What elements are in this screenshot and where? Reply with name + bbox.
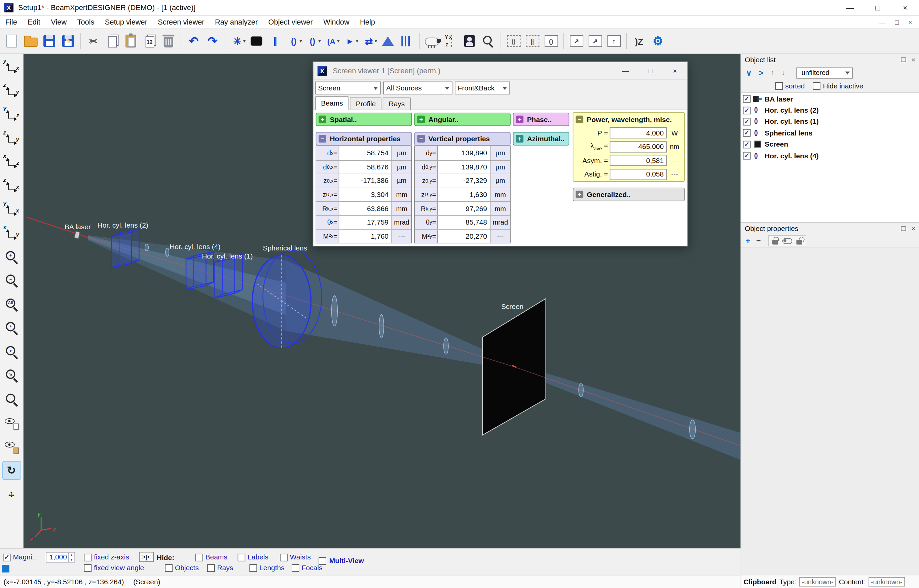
zoom-extents-button[interactable]: ↘ xyxy=(2,366,21,384)
hide-rays-checkbox[interactable]: Rays xyxy=(207,564,249,572)
visibility-checkbox[interactable]: ✓ xyxy=(743,107,751,114)
new-document-button[interactable] xyxy=(3,31,21,51)
show-objects-button[interactable] xyxy=(2,413,21,432)
mdi-close-button[interactable]: × xyxy=(908,18,912,26)
insert-lens-button[interactable]: ()▾ xyxy=(285,31,303,51)
cylindrical-lens-1[interactable] xyxy=(215,255,243,298)
spin-down-button[interactable]: ▼ xyxy=(68,557,74,562)
multi-view-checkbox[interactable]: Multi-View xyxy=(319,557,364,565)
add-property-button[interactable]: + xyxy=(743,237,752,245)
sources-select[interactable]: All Sources xyxy=(383,81,453,94)
sorted-checkbox[interactable]: sorted xyxy=(775,82,805,90)
object-list-item[interactable]: ✓BA laser xyxy=(741,93,919,105)
view-z-y-button[interactable]: zy xyxy=(2,81,21,100)
maximize-button[interactable]: □ xyxy=(864,0,891,15)
visibility-checkbox[interactable]: ✓ xyxy=(743,118,751,126)
object-list-item[interactable]: ✓Hor. cyl. lens (4) xyxy=(741,150,919,162)
close-button[interactable]: × xyxy=(891,0,919,15)
insert-mirror-button[interactable]: ►▾ xyxy=(341,31,359,51)
property-value[interactable]: 4,000 xyxy=(610,128,667,139)
horizontal-properties-button[interactable]: −Horizontal properties xyxy=(316,132,412,145)
property-value[interactable]: 139,870 xyxy=(437,160,491,173)
minimize-button[interactable]: — xyxy=(836,0,864,15)
power-misc-button[interactable]: −Power, wavelength, misc. xyxy=(573,113,684,126)
phase-button[interactable]: +Phase.. xyxy=(513,113,569,126)
beam-z-button[interactable]: )Z xyxy=(630,31,648,51)
property-value[interactable]: -171,386 xyxy=(339,174,392,187)
view-z-x-button[interactable]: zx xyxy=(2,176,21,195)
view-z-y-2-button[interactable]: zy xyxy=(2,128,21,147)
visibility-checkbox[interactable]: ✓ xyxy=(743,129,751,137)
side-select[interactable]: Front&Back xyxy=(455,81,510,94)
lock-open-icon[interactable] xyxy=(796,240,802,244)
zoom-in-button[interactable]: + xyxy=(2,247,21,266)
angular-button[interactable]: +Angular.. xyxy=(414,113,511,126)
move-down-button[interactable]: ↓ xyxy=(779,69,788,77)
view-x-y-button[interactable]: xy xyxy=(2,223,21,242)
spatial-button[interactable]: +Spatial.. xyxy=(316,113,412,126)
zoom-cursor-button[interactable]: · xyxy=(2,389,21,408)
object-list-item[interactable]: ✓Hor. cyl. lens (1) xyxy=(741,116,919,128)
insert-aperture-button[interactable]: (A▾ xyxy=(323,31,340,51)
zoom-region-button[interactable]: ● xyxy=(2,342,21,361)
redo-button[interactable]: ↷ xyxy=(204,31,221,51)
menu-edit[interactable]: Edit xyxy=(23,18,46,26)
magnification-input[interactable]: 1,000 ▲▼ xyxy=(46,552,75,562)
property-value[interactable]: 20,270 xyxy=(437,229,491,243)
mdi-restore-button[interactable]: □ xyxy=(895,18,899,26)
clip-frame-button[interactable]: () xyxy=(505,31,522,51)
property-value[interactable]: 17,759 xyxy=(339,216,392,229)
hide-objects-checkbox[interactable]: Objects xyxy=(165,564,207,572)
show-clipboard-button[interactable] xyxy=(2,437,21,456)
hide-waists-checkbox[interactable]: Waists xyxy=(280,553,322,561)
property-value[interactable]: 0,058 xyxy=(610,169,667,180)
magnification-checkbox[interactable]: ✓ Magni.: xyxy=(3,553,36,561)
property-value[interactable]: 85,748 xyxy=(437,216,491,229)
collapse-all-button[interactable]: > xyxy=(756,68,766,78)
menu-setup-viewer[interactable]: Setup viewer xyxy=(100,18,152,26)
menu-ray-analyzer[interactable]: Ray analyzer xyxy=(210,18,263,26)
pan-view-button[interactable] xyxy=(2,485,21,503)
azimuthal-button[interactable]: +Azimuthal.. xyxy=(513,132,569,145)
close-panel-icon[interactable]: × xyxy=(911,56,915,64)
object-list-item[interactable]: ✓Screen xyxy=(741,139,919,150)
visibility-checkbox[interactable]: ✓ xyxy=(743,152,751,160)
float-panel-icon[interactable] xyxy=(901,58,906,62)
visibility-checkbox[interactable]: ✓ xyxy=(743,95,751,103)
insert-laser-button[interactable]: ✳▾ xyxy=(229,31,246,51)
minimize-button[interactable]: — xyxy=(613,62,638,79)
axes-tool-button[interactable] xyxy=(442,31,460,51)
save-button[interactable] xyxy=(40,31,58,51)
close-panel-icon[interactable]: × xyxy=(911,224,915,232)
settings-gear-button[interactable]: ⚙ xyxy=(649,31,667,51)
move-up-button[interactable]: ↑ xyxy=(768,69,777,77)
menu-object-viewer[interactable]: Object viewer xyxy=(263,18,318,26)
user-card-button[interactable] xyxy=(461,31,478,51)
sheep-tool-button[interactable] xyxy=(423,31,441,51)
menu-window[interactable]: Window xyxy=(318,18,354,26)
import-frame-button[interactable]: ↗ xyxy=(568,31,585,51)
insert-grating-button[interactable]: ⇄▾ xyxy=(360,31,378,51)
property-value[interactable]: -27,329 xyxy=(437,174,491,187)
tab-rays[interactable]: Rays xyxy=(383,97,411,110)
menu-tools[interactable]: Tools xyxy=(72,18,100,26)
delete-button[interactable] xyxy=(160,31,177,51)
fixed-z-axis-checkbox[interactable]: fixed z-axis xyxy=(84,553,129,561)
view-y-x-button[interactable]: yx xyxy=(2,57,21,76)
fixed-view-angle-checkbox[interactable]: fixed view angle xyxy=(84,564,144,572)
insert-beamsplitter-button[interactable]: ∥ xyxy=(266,31,284,51)
hide-beams-checkbox[interactable]: Beams xyxy=(196,553,238,561)
object-list-item[interactable]: ✓Spherical lens xyxy=(741,128,919,139)
visibility-checkbox[interactable]: ✓ xyxy=(743,141,751,148)
rotate-view-button[interactable]: ↻ xyxy=(2,460,21,480)
lock-closed-icon[interactable] xyxy=(772,240,778,244)
zoom-target-button[interactable]: * xyxy=(2,318,21,337)
menu-file[interactable]: File xyxy=(0,18,23,26)
maximize-button[interactable]: □ xyxy=(638,62,662,79)
filter-select[interactable]: -unfiltered- xyxy=(796,67,853,78)
paste-multiple-button[interactable]: 12 xyxy=(141,31,159,51)
property-value[interactable]: 139,890 xyxy=(437,146,491,160)
spin-up-button[interactable]: ▲ xyxy=(68,552,74,557)
open-project-button[interactable] xyxy=(22,31,39,51)
float-panel-icon[interactable] xyxy=(901,226,906,231)
